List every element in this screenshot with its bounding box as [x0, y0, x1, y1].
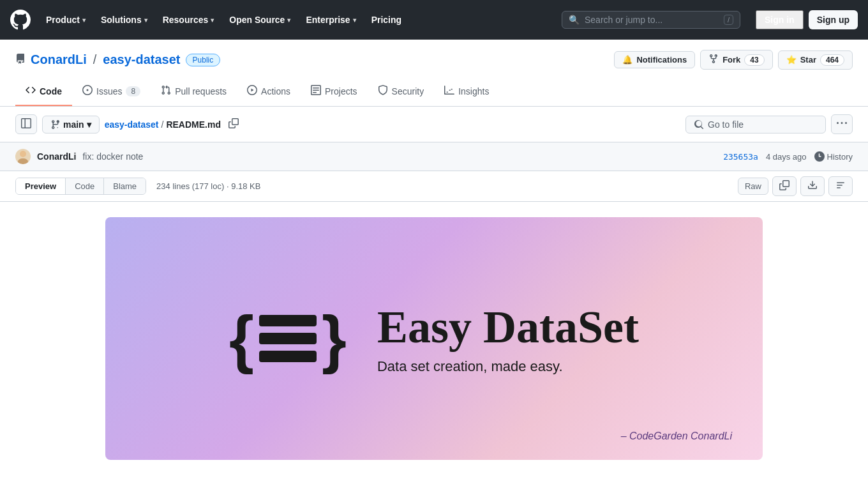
repo-type-icon: [15, 52, 26, 67]
pull-request-icon: [161, 85, 171, 97]
svg-point-0: [20, 151, 26, 157]
banner-text-area: Easy DataSet Data set creation, made eas…: [377, 302, 639, 374]
tab-projects[interactable]: Projects: [301, 77, 368, 106]
nav-item-open-source[interactable]: Open Source ▾: [224, 11, 296, 29]
avatar: [15, 149, 31, 164]
star-count: 464: [820, 54, 844, 66]
issues-badge: 8: [126, 86, 140, 96]
branch-name: main: [63, 119, 84, 130]
toc-button[interactable]: [828, 176, 853, 196]
goto-file-button[interactable]: Raw Go to file: [685, 116, 826, 133]
projects-icon: [311, 85, 321, 97]
notifications-button[interactable]: 🔔 Notifications: [614, 51, 695, 68]
repo-name-link[interactable]: easy-dataset: [103, 52, 180, 67]
banner-logo: { }: [229, 307, 347, 370]
more-options-button[interactable]: [831, 114, 853, 134]
breadcrumb-repo-link[interactable]: easy-dataset: [105, 119, 159, 130]
nav-item-solutions[interactable]: Solutions ▾: [96, 11, 153, 29]
branch-selector[interactable]: main ▾: [42, 116, 100, 133]
search-box[interactable]: 🔍 Search or jump to... /: [562, 11, 740, 29]
view-tabs: Preview Code Blame: [15, 178, 146, 195]
fork-button[interactable]: Fork 43: [700, 50, 773, 70]
file-meta: 234 lines (177 loc) · 9.18 KB: [156, 181, 260, 191]
copy-path-button[interactable]: [226, 116, 241, 133]
bell-icon: 🔔: [622, 55, 632, 65]
issues-icon: [82, 85, 93, 97]
nav-item-pricing[interactable]: Pricing: [366, 11, 407, 29]
nav-item-product[interactable]: Product ▾: [41, 11, 91, 29]
tab-pull-requests[interactable]: Pull requests: [151, 77, 237, 106]
security-icon: [378, 85, 388, 97]
signup-button[interactable]: Sign up: [809, 10, 858, 29]
chevron-down-icon: ▾: [287, 17, 290, 24]
tab-blame[interactable]: Blame: [104, 178, 146, 194]
tab-code-view[interactable]: Code: [66, 178, 104, 194]
branch-chevron-icon: ▾: [87, 119, 91, 130]
file-toolbar: main ▾ easy-dataset / README.md Raw Go t…: [0, 107, 868, 142]
chevron-down-icon: ▾: [82, 17, 86, 24]
breadcrumb-separator: /: [161, 119, 164, 130]
breadcrumb: easy-dataset / README.md: [105, 119, 221, 130]
repo-header: ConardLi / easy-dataset Public 🔔 Notific…: [0, 40, 868, 107]
nav-item-resources[interactable]: Resources ▾: [158, 11, 220, 29]
tab-security[interactable]: Security: [368, 77, 435, 106]
banner-subtitle: Data set creation, made easy.: [377, 358, 639, 375]
banner-attribution: – CodeGarden ConardLi: [621, 431, 732, 442]
readme-banner: { } Easy DataSet Data set creation, made…: [105, 217, 763, 460]
history-button[interactable]: History: [814, 151, 853, 162]
actions-icon: [247, 85, 257, 97]
nav-item-enterprise[interactable]: Enterprise ▾: [301, 11, 361, 29]
commit-message: fix: docker note: [82, 151, 143, 162]
tab-actions[interactable]: Actions: [237, 77, 301, 106]
chevron-down-icon: ▾: [211, 17, 214, 24]
repo-slash: /: [93, 52, 97, 67]
star-button[interactable]: ⭐ Star 464: [778, 50, 853, 70]
goto-file-placeholder-text: Go to file: [708, 119, 744, 130]
history-label: History: [827, 152, 853, 162]
fork-icon: [708, 54, 719, 66]
tab-issues[interactable]: Issues 8: [72, 77, 151, 106]
search-placeholder: Search or jump to...: [585, 15, 719, 25]
tab-code[interactable]: Code: [15, 77, 72, 106]
raw-button[interactable]: Raw: [738, 178, 768, 195]
commit-author[interactable]: ConardLi: [37, 151, 76, 162]
insights-icon: [444, 85, 454, 97]
view-tabs-row: Preview Code Blame 234 lines (177 loc) ·…: [0, 171, 868, 202]
commit-row: ConardLi fix: docker note 235653a 4 days…: [0, 142, 868, 171]
repo-visibility-badge: Public: [186, 54, 221, 66]
search-shortcut-kbd: /: [724, 15, 733, 25]
fork-count: 43: [744, 54, 764, 66]
repo-tabs: Code Issues 8 Pull requests: [15, 77, 853, 106]
tab-insights[interactable]: Insights: [434, 77, 499, 106]
tab-preview[interactable]: Preview: [16, 178, 66, 194]
download-button[interactable]: [800, 176, 825, 196]
chevron-down-icon: ▾: [353, 17, 356, 24]
commit-time: 4 days ago: [766, 152, 807, 162]
code-icon: [26, 85, 36, 97]
breadcrumb-file: README.md: [166, 119, 221, 130]
top-nav: Product ▾ Solutions ▾ Resources ▾ Open S…: [0, 0, 868, 40]
repo-owner-link[interactable]: ConardLi: [31, 52, 87, 67]
star-icon: ⭐: [786, 55, 797, 65]
sidebar-toggle-button[interactable]: [15, 114, 37, 134]
commit-sha[interactable]: 235653a: [723, 152, 758, 162]
github-logo[interactable]: [10, 10, 31, 30]
readme-content: { } Easy DataSet Data set creation, made…: [0, 202, 868, 475]
chevron-down-icon: ▾: [144, 17, 147, 24]
signin-button[interactable]: Sign in: [756, 10, 804, 29]
copy-raw-button[interactable]: [772, 176, 797, 196]
search-icon: 🔍: [569, 15, 580, 25]
banner-title: Easy DataSet: [377, 302, 639, 353]
svg-point-1: [18, 158, 28, 164]
